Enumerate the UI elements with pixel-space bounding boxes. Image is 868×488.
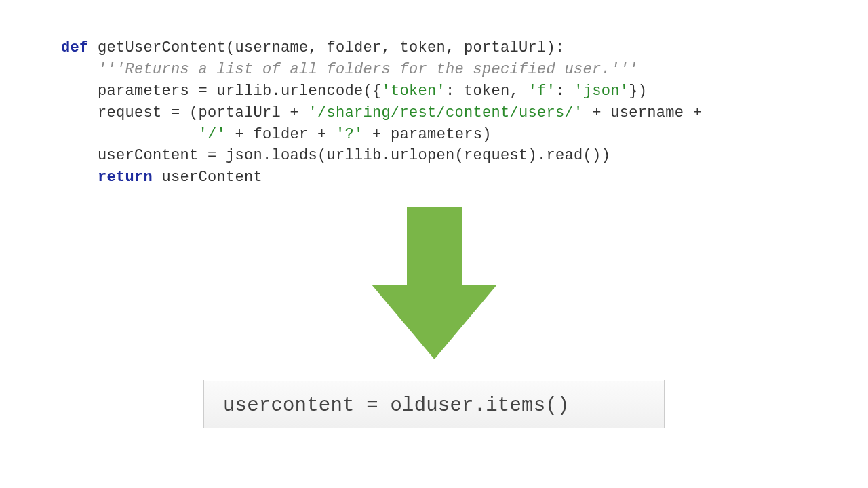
code-text: + username + [583, 104, 703, 121]
code-block-after: usercontent = olduser.items() [203, 380, 665, 428]
string-literal: '?' [336, 126, 363, 143]
code-block-before: def getUserContent(username, folder, tok… [61, 37, 702, 188]
code-text: userContent [153, 169, 262, 186]
keyword-return: return [61, 169, 153, 186]
code-text: + parameters) [363, 126, 492, 143]
keyword-def: def [61, 39, 89, 56]
string-literal: 'json' [574, 83, 629, 100]
string-literal: '/' [199, 126, 226, 143]
code-text: : [555, 83, 574, 100]
string-literal: 'f' [528, 83, 556, 100]
code-text: + folder + [226, 126, 336, 143]
code-text: getUserContent(username, folder, token, … [89, 39, 565, 56]
svg-marker-0 [372, 207, 497, 359]
code-text: }) [629, 83, 647, 100]
down-arrow-icon [372, 207, 497, 359]
docstring: '''Returns a list of all folders for the… [61, 61, 638, 78]
code-text: request = (portalUrl + [61, 104, 309, 121]
code-text [61, 126, 199, 143]
string-literal: '/sharing/rest/content/users/' [309, 104, 583, 121]
string-literal: 'token' [382, 83, 446, 100]
code-text: : token, [446, 83, 528, 100]
code-text: parameters = urllib.urlencode({ [61, 83, 382, 100]
code-text: usercontent = olduser.items() [223, 394, 569, 417]
code-text: userContent = json.loads(urllib.urlopen(… [61, 147, 610, 164]
